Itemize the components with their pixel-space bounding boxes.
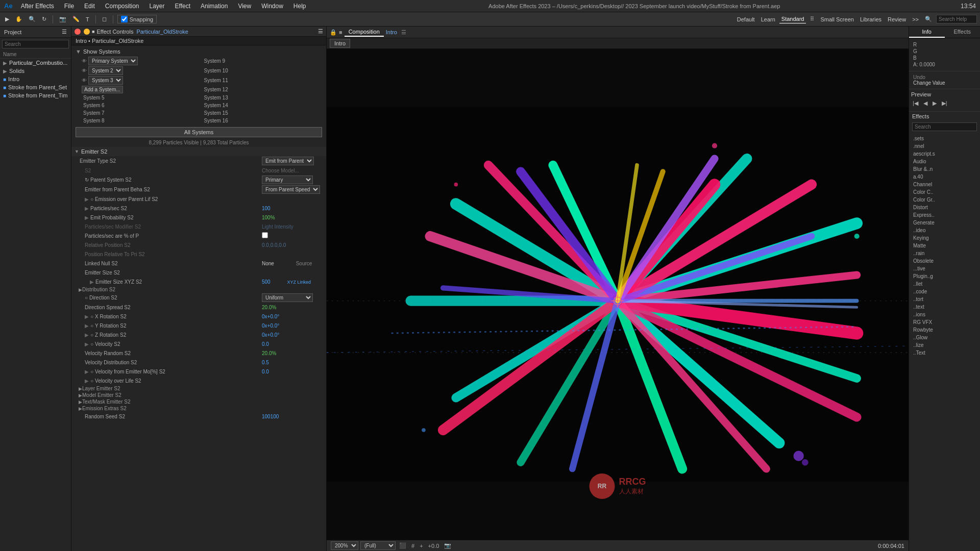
menu-effect[interactable]: Effect xyxy=(173,2,192,11)
workspace-learn[interactable]: Learn xyxy=(759,15,777,23)
snapshot[interactable]: 📷 xyxy=(443,542,453,549)
effects-item-ions[interactable]: ..ions xyxy=(909,311,980,318)
effects-item-aescript[interactable]: aescript.s xyxy=(909,150,980,158)
menu-after-effects[interactable]: After Effects xyxy=(19,2,56,11)
workspace-libraries[interactable]: Libraries xyxy=(858,15,884,23)
menu-composition[interactable]: Composition xyxy=(103,2,141,11)
effects-item-rg-vfx[interactable]: RG VFX xyxy=(909,318,980,326)
effects-item-glow[interactable]: ..Glow xyxy=(909,334,980,341)
effects-item-nnel[interactable]: .nnel xyxy=(909,142,980,150)
tool-shape[interactable]: ◻ xyxy=(100,15,109,23)
emit-prob-expand[interactable]: ▶ xyxy=(85,215,89,220)
menu-view[interactable]: View xyxy=(236,2,253,11)
menu-animation[interactable]: Animation xyxy=(199,2,230,11)
quality-select[interactable]: (Full) (Half) (Quarter) xyxy=(360,541,396,550)
all-systems-btn[interactable]: All Systems xyxy=(76,127,322,137)
snapping-checkbox[interactable] xyxy=(121,16,128,22)
show-systems-section[interactable]: ▼ Show Systems xyxy=(71,47,326,56)
workspace-review[interactable]: Review xyxy=(886,15,908,23)
layer-emitter-header[interactable]: ▶ Layer Emitter S2 xyxy=(71,385,326,392)
vel-life-expand[interactable]: ▶ xyxy=(85,378,89,384)
effects-item-tive[interactable]: ...tive xyxy=(909,265,980,272)
menu-edit[interactable]: Edit xyxy=(82,2,97,11)
effects-item-blur[interactable]: Blur &..n xyxy=(909,165,980,173)
vel-emitter-expand[interactable]: ▶ xyxy=(85,369,89,374)
effects-item-tort[interactable]: ..tort xyxy=(909,295,980,303)
x-rot-expand[interactable]: ▶ xyxy=(85,314,89,319)
effects-item-matte[interactable]: Matte xyxy=(909,242,980,249)
x-rotation-value[interactable]: 0x+0.0° xyxy=(262,314,323,319)
effects-item-text2[interactable]: ..Text xyxy=(909,349,980,357)
viewer-camera-icon[interactable]: ■ xyxy=(339,29,342,35)
menu-window[interactable]: Window xyxy=(259,2,285,11)
emitter-s2-header[interactable]: ▼ Emitter S2 xyxy=(71,147,326,156)
workspace-more[interactable]: ⠿ xyxy=(808,15,816,23)
tool-text[interactable]: T xyxy=(84,15,91,23)
tool-select[interactable]: ▶ xyxy=(3,15,11,23)
particles-sec-expand[interactable]: ▶ xyxy=(85,206,89,211)
system2-select[interactable]: System 2 xyxy=(88,66,123,75)
size-xyz-expand[interactable]: ▶ xyxy=(90,279,94,285)
project-item-intro[interactable]: ■ Intro xyxy=(0,75,71,83)
workspace-default[interactable]: Default xyxy=(735,15,757,23)
emitter-type-select[interactable]: Emit from Parent xyxy=(262,157,314,165)
velocity-random-value[interactable]: 20.0% xyxy=(262,350,323,356)
reset-exposure[interactable]: +0.0 xyxy=(427,542,441,549)
comp-intro-tab[interactable]: Intro xyxy=(330,39,350,48)
system3-eye[interactable]: 👁 xyxy=(82,78,87,83)
random-seed-value[interactable]: 100100 xyxy=(262,414,323,419)
effect-panel-close[interactable] xyxy=(75,29,81,35)
toggle-grid[interactable]: # xyxy=(410,542,416,549)
vel-expand[interactable]: ▶ xyxy=(85,341,89,347)
tool-camera[interactable]: 📷 xyxy=(57,15,68,23)
project-search-input[interactable] xyxy=(2,40,69,48)
workspace-standard[interactable]: Standard xyxy=(779,15,806,23)
tool-hand[interactable]: ✋ xyxy=(13,15,24,23)
right-tab-effects[interactable]: Effects xyxy=(945,27,981,38)
composition-viewer-tab[interactable]: Composition xyxy=(345,28,384,37)
z-rot-expand[interactable]: ▶ xyxy=(85,332,89,338)
y-rot-expand[interactable]: ▶ xyxy=(85,323,89,329)
emitter-size-xyz-value[interactable]: 500 XYZ Linked xyxy=(262,279,323,285)
z-rotation-value[interactable]: 0x+0.0° xyxy=(262,332,323,338)
menu-layer[interactable]: Layer xyxy=(148,2,167,11)
viewer-menu-icon[interactable]: ☰ xyxy=(401,29,406,36)
system1-select[interactable]: Primary System xyxy=(88,57,138,65)
toggle-guides[interactable]: + xyxy=(418,542,424,549)
search-btn[interactable]: 🔍 xyxy=(923,15,934,23)
parent-system-select[interactable]: Primary xyxy=(262,176,313,184)
effects-item-code[interactable]: ..code xyxy=(909,288,980,295)
effects-item-sets[interactable]: .sets xyxy=(909,135,980,142)
system1-eye[interactable]: 👁 xyxy=(82,58,87,64)
effects-item-ideo[interactable]: ..ideo xyxy=(909,227,980,234)
system2-eye[interactable]: 👁 xyxy=(82,68,87,73)
toggle-transparency[interactable]: ⬛ xyxy=(398,542,408,549)
search-help-input[interactable] xyxy=(936,15,977,23)
effects-item-llet[interactable]: ..llet xyxy=(909,280,980,288)
effect-panel-minimize[interactable] xyxy=(84,29,90,35)
effects-item-text[interactable]: ..text xyxy=(909,303,980,311)
distribution-s2-header[interactable]: ▶ Distribution S2 xyxy=(71,286,326,293)
model-emitter-header[interactable]: ▶ Model Emitter S2 xyxy=(71,392,326,398)
workspace-small-screen[interactable]: Small Screen xyxy=(818,15,855,23)
tool-pen[interactable]: ✏️ xyxy=(70,15,82,23)
particles-sec-value[interactable]: 100 xyxy=(262,206,323,211)
effects-item-color-c[interactable]: Color C.. xyxy=(909,188,980,196)
menu-file[interactable]: File xyxy=(62,2,76,11)
emitter-from-parent-select[interactable]: From Parent Speed xyxy=(262,185,320,194)
effects-item-express[interactable]: Express.. xyxy=(909,211,980,219)
menu-help[interactable]: Help xyxy=(291,2,308,11)
effect-controls-menu[interactable]: ☰ xyxy=(318,28,323,35)
tool-zoom[interactable]: 🔍 xyxy=(27,15,38,23)
effects-item-distort[interactable]: Distort xyxy=(909,204,980,211)
effects-item-generate[interactable]: Generate xyxy=(909,219,980,227)
viewer-lock-icon[interactable]: 🔒 xyxy=(330,29,337,36)
preview-prev-frame[interactable]: ◀ xyxy=(922,99,929,107)
parent-system-value[interactable]: Primary xyxy=(262,176,323,184)
effects-item-color-gr[interactable]: Color Gr.. xyxy=(909,196,980,204)
direction-spread-value[interactable]: 20.0% xyxy=(262,305,323,310)
emitter-type-value[interactable]: Emit from Parent xyxy=(262,157,323,165)
emission-expand[interactable]: ▶ xyxy=(85,196,89,202)
velocity-distribution-value[interactable]: 0.5 xyxy=(262,360,323,365)
preview-next-frame[interactable]: ▶| xyxy=(940,99,949,107)
